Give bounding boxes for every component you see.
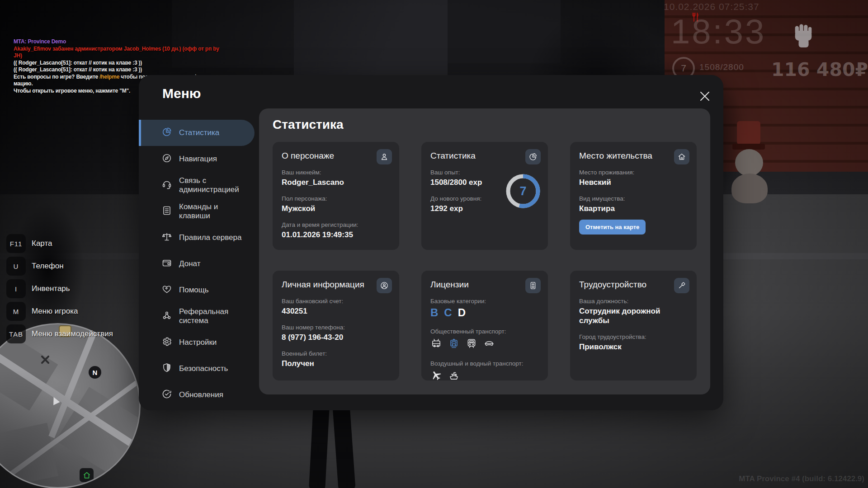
keybind-interaction-menu: TAB Меню взаимодействия bbox=[6, 324, 113, 343]
residence-place-value: Невский bbox=[579, 178, 676, 187]
helpme-command: /helpme bbox=[99, 74, 119, 80]
map-x-marker bbox=[40, 354, 51, 365]
stats-cards-grid: О персонаже Ваш никнейм:Rodger_Lascano П… bbox=[273, 142, 697, 380]
compass-north-badge: N bbox=[89, 366, 101, 379]
menu-content: Статистика О персонаже Ваш никнейм:Rodge… bbox=[259, 108, 710, 394]
gender-value: Мужской bbox=[282, 204, 379, 213]
hud-datetime: 10.02.2026 07:25:37 bbox=[664, 1, 760, 12]
keybind-hints: F11 Карта U Телефон I Инвентарь M Меню и… bbox=[6, 234, 113, 347]
document-list-icon bbox=[161, 205, 172, 218]
card-statistics: Статистика Ваш опыт:1508/2800 exp До нов… bbox=[421, 142, 548, 250]
nickname-value: Rodger_Lascano bbox=[282, 178, 379, 187]
card-residence: Место жительства Место проживания:Невски… bbox=[570, 142, 697, 250]
card-about-character: О персонаже Ваш никнейм:Rodger_Lascano П… bbox=[273, 142, 399, 250]
job-position-value: Сотрудник дорожной службы bbox=[579, 306, 676, 325]
tram-icon bbox=[448, 338, 460, 351]
card-personal-info: Личная информация Ваш банковский счет:43… bbox=[273, 271, 399, 380]
level-progress-ring: 7 bbox=[505, 173, 542, 210]
section-title: Статистика bbox=[273, 117, 344, 132]
hud-money: 116 480₽ bbox=[771, 59, 868, 80]
mark-on-map-button[interactable]: Отметить на карте bbox=[579, 220, 646, 235]
menu-title: Меню bbox=[162, 86, 201, 101]
chat-line-ban: Akakiy_Efimov забанен администратором Ja… bbox=[14, 46, 219, 53]
build-version: MTA Province #4 (build: 6.12422.9) bbox=[739, 474, 864, 483]
level-value: 7 bbox=[505, 173, 542, 210]
sidebar-item-statistics[interactable]: Статистика bbox=[139, 120, 255, 146]
card-employment: Трудоустройство Ваша должность:Сотрудник… bbox=[570, 271, 697, 380]
hud-exp: 1508/2800 bbox=[699, 62, 744, 72]
keybind-map: F11 Карта bbox=[6, 234, 113, 253]
menu-sidebar: Статистика Навигация Связь с администрац… bbox=[139, 120, 255, 408]
hud-clock: 18:33 bbox=[671, 12, 766, 51]
person-icon bbox=[377, 149, 392, 164]
fist-icon bbox=[790, 20, 816, 51]
compass-icon bbox=[161, 153, 172, 165]
license-category-b: B bbox=[430, 306, 438, 319]
sidebar-item-help[interactable]: Помощь bbox=[139, 277, 255, 303]
plane-icon bbox=[430, 370, 442, 383]
sidebar-item-commands-keys[interactable]: Команды и клавиши bbox=[139, 198, 255, 225]
hud-level: 7 bbox=[681, 63, 686, 74]
gear-icon bbox=[161, 336, 172, 349]
hammer-icon bbox=[674, 278, 689, 293]
chat-line-server: MTA: Province Demo bbox=[14, 38, 219, 46]
key-badge: U bbox=[6, 257, 26, 276]
shield-icon bbox=[161, 362, 172, 375]
keybind-phone: U Телефон bbox=[6, 257, 113, 276]
chat-line-player: (( Rodger_Lascano[51]: откат // котик на… bbox=[14, 66, 219, 74]
sidebar-item-navigation[interactable]: Навигация bbox=[139, 146, 255, 172]
conductor-cap-icon bbox=[483, 338, 495, 351]
key-badge: I bbox=[6, 279, 26, 298]
bank-account-value: 430251 bbox=[282, 306, 379, 316]
headset-icon bbox=[161, 179, 172, 192]
chat-line-player: (( Rodger_Lascano[51]: откат // котик на… bbox=[14, 60, 219, 67]
sidebar-item-security[interactable]: Безопасность bbox=[139, 356, 255, 382]
id-card-icon bbox=[525, 278, 541, 293]
user-circle-icon bbox=[377, 278, 392, 293]
chat-line-ban-wrap: JH) bbox=[14, 52, 219, 60]
pie-chart-icon bbox=[161, 127, 172, 139]
public-transport-licenses bbox=[430, 338, 539, 351]
phone-number-value: 8 (977) 196-43-20 bbox=[282, 333, 379, 342]
license-categories: B C D bbox=[430, 306, 539, 319]
sidebar-item-referral[interactable]: Реферальная система bbox=[139, 303, 255, 329]
trolleybus-icon bbox=[430, 338, 442, 351]
license-category-d: D bbox=[458, 306, 466, 319]
pie-chart-icon bbox=[525, 149, 541, 164]
license-category-c: C bbox=[444, 306, 452, 319]
close-icon[interactable] bbox=[698, 89, 712, 103]
sidebar-item-admin-contact[interactable]: Связь с администрацией bbox=[139, 172, 255, 198]
wallet-icon bbox=[161, 258, 172, 270]
sidebar-item-updates[interactable]: Обновления bbox=[139, 382, 255, 408]
registration-value: 01.01.2026 19:49:35 bbox=[282, 230, 379, 239]
scales-icon bbox=[161, 231, 172, 244]
property-type-value: Квартира bbox=[579, 204, 676, 213]
key-badge: F11 bbox=[6, 234, 26, 253]
key-badge: M bbox=[6, 302, 26, 321]
map-home-icon bbox=[80, 468, 94, 482]
heart-handshake-icon bbox=[161, 284, 172, 296]
house-icon bbox=[674, 149, 689, 164]
keybind-inventory: I Инвентарь bbox=[6, 279, 113, 298]
card-licenses: Лицензии Базовые категории: B C D Общест… bbox=[421, 271, 548, 380]
network-icon bbox=[161, 310, 172, 323]
ship-icon bbox=[448, 370, 460, 383]
menu-panel: Меню Статистика Навигация Связь с админи… bbox=[139, 75, 723, 410]
game-screen: MTA: Province Demo Akakiy_Efimov забанен… bbox=[0, 0, 868, 488]
air-water-licenses bbox=[430, 370, 539, 383]
sidebar-item-settings[interactable]: Настройки bbox=[139, 329, 255, 356]
sidebar-item-server-rules[interactable]: Правила сервера bbox=[139, 225, 255, 251]
keybind-player-menu: M Меню игрока bbox=[6, 302, 113, 321]
military-id-value: Получен bbox=[282, 359, 379, 368]
update-check-icon bbox=[161, 389, 172, 401]
train-icon bbox=[466, 338, 477, 351]
key-badge: TAB bbox=[6, 324, 26, 343]
sidebar-item-donate[interactable]: Донат bbox=[139, 251, 255, 277]
job-city-value: Приволжск bbox=[579, 342, 676, 352]
